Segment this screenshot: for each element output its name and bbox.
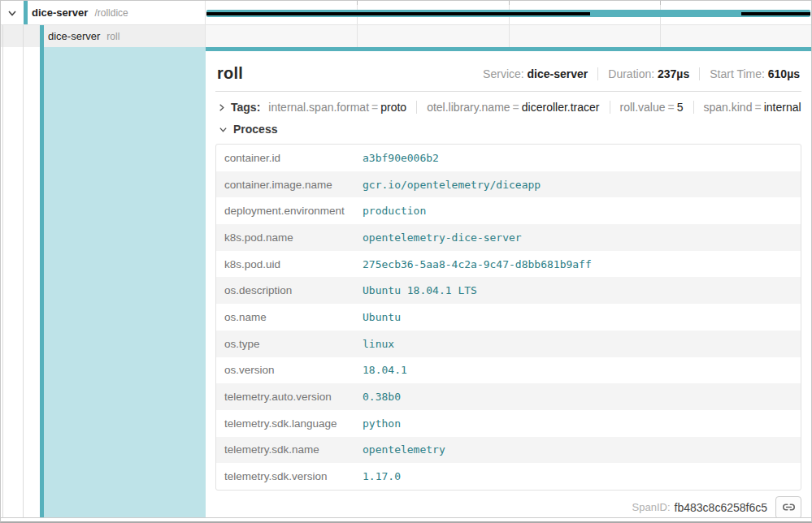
spanid-value: fb483c8c6258f6c5: [675, 501, 767, 514]
equals-sign: =: [752, 101, 763, 114]
kv-key: os.description: [216, 284, 363, 296]
tag-value: diceroller.tracer: [522, 101, 600, 114]
selected-span-highlight: [44, 47, 206, 517]
process-heading: Process: [233, 123, 277, 136]
kv-value: Ubuntu 18.04.1 LTS: [363, 284, 801, 296]
kv-row: k8s.pod.nameopentelemetry-dice-server: [216, 224, 801, 251]
kv-value: opentelemetry: [363, 443, 801, 456]
chevron-down-icon: [217, 123, 228, 135]
kv-key: telemetry.sdk.name: [216, 443, 363, 456]
collapse-children-chevron-icon[interactable]: [7, 7, 18, 19]
span-color-bar: [40, 47, 44, 517]
kv-row: os.nameUbuntu: [216, 304, 801, 331]
kv-key: container.image.name: [216, 179, 363, 191]
span-color-bar: [24, 1, 28, 24]
service-name[interactable]: dice-server: [48, 30, 100, 42]
indent-guide: [2, 47, 3, 517]
kv-value: production: [363, 205, 801, 217]
indent-guide: [23, 47, 24, 517]
kv-value: 1.17.0: [363, 470, 801, 482]
kv-row: container.image.namegcr.io/opentelemetry…: [216, 171, 801, 198]
tag-value: 5: [677, 101, 684, 114]
tag-key: internal.span.format: [268, 101, 369, 114]
process-accordian-toggle[interactable]: Process: [214, 114, 803, 136]
meta-label: Start Time:: [710, 67, 765, 80]
kv-value: linux: [363, 338, 801, 350]
kv-key: deployment.environment: [216, 205, 363, 217]
kv-value: python: [363, 417, 801, 430]
span-tree-rail: [1, 47, 206, 517]
kv-key: os.name: [216, 311, 363, 323]
kv-row: deployment.environmentproduction: [216, 197, 801, 224]
kv-row: telemetry.sdk.nameopentelemetry: [216, 437, 801, 464]
tag-item: span.kind=internal: [693, 101, 801, 114]
span-color-bar: [40, 25, 44, 47]
equals-sign: =: [666, 101, 677, 114]
kv-key: telemetry.auto.version: [216, 391, 363, 403]
span-name-cell[interactable]: dice-server /rolldice: [1, 1, 206, 24]
span-detail-area: roll Service: dice-server Duration: 237µ…: [1, 47, 811, 521]
timeline-cell: [206, 1, 811, 24]
tag-item: internal.span.format=proto: [268, 101, 406, 114]
kv-row: telemetry.sdk.languagepython: [216, 410, 801, 437]
equals-sign: =: [510, 101, 522, 114]
timeline-gridline: [660, 25, 661, 47]
kv-value: a3bf90e006b2: [363, 152, 801, 164]
tag-key: span.kind: [704, 101, 753, 114]
tag-key: roll.value: [620, 101, 666, 114]
kv-key: os.type: [216, 338, 363, 350]
kv-row: telemetry.auto.version0.38b0: [216, 383, 801, 410]
spanid-label: SpanID:: [632, 501, 671, 513]
kv-value: Ubuntu: [363, 311, 801, 323]
link-icon: [782, 500, 796, 514]
kv-key: os.version: [216, 364, 363, 376]
meta-duration: Duration: 237µs: [597, 67, 689, 80]
meta-label: Service:: [483, 67, 524, 80]
tags-accordian-toggle[interactable]: Tags: internal.span.format=proto otel.li…: [214, 92, 803, 114]
kv-key: k8s.pod.uid: [216, 258, 363, 270]
copy-link-button[interactable]: [775, 496, 801, 517]
kv-row: container.ida3bf90e006b2: [216, 145, 801, 171]
operation-name: roll: [106, 31, 119, 42]
indent-guide: [23, 25, 24, 47]
self-time-segment: [741, 12, 810, 15]
kv-key: container.id: [216, 152, 363, 164]
self-time-segment: [206, 12, 590, 15]
meta-value: 237µs: [658, 67, 689, 80]
kv-key: k8s.pod.name: [216, 231, 363, 244]
kv-key: telemetry.sdk.version: [216, 470, 363, 482]
span-row-rolldice[interactable]: dice-server /rolldice: [1, 1, 811, 25]
equals-sign: =: [369, 101, 380, 114]
span-detail-header: roll Service: dice-server Duration: 237µ…: [214, 51, 803, 91]
service-name[interactable]: dice-server: [32, 6, 88, 19]
meta-value: dice-server: [528, 67, 588, 80]
card-bottom-border: [1, 517, 811, 518]
span-row-roll-selected[interactable]: dice-server roll 237µs: [1, 25, 811, 47]
chevron-right-icon: [217, 102, 226, 113]
tag-value: proto: [380, 101, 406, 114]
kv-row: os.typelinux: [216, 331, 801, 357]
timeline-cell: 237µs: [206, 25, 811, 47]
operation-name: /rolldice: [94, 7, 128, 19]
kv-value: gcr.io/opentelemetry/diceapp: [363, 179, 801, 191]
span-title: roll: [217, 64, 243, 83]
kv-row: k8s.pod.uid275ecb36-5aa8-4c2a-9c47-d8bb6…: [216, 251, 801, 278]
span-name-cell[interactable]: dice-server roll: [1, 25, 206, 47]
kv-value: 18.04.1: [363, 364, 801, 376]
meta-label: Duration:: [608, 67, 654, 80]
kv-value: 275ecb36-5aa8-4c2a-9c47-d8bb681b9aff: [363, 258, 801, 270]
tag-item: roll.value=5: [610, 101, 684, 114]
meta-start-time: Start Time: 610µs: [699, 67, 800, 80]
tags-heading: Tags:: [231, 101, 260, 114]
tag-value: internal: [764, 101, 801, 114]
meta-service: Service: dice-server: [483, 67, 588, 80]
parent-span-duration-bar[interactable]: [206, 10, 810, 17]
kv-row: os.version18.04.1: [216, 357, 801, 384]
meta-value: 610µs: [768, 67, 800, 80]
kv-value: 0.38b0: [363, 391, 801, 403]
kv-value: opentelemetry-dice-server: [363, 231, 801, 244]
process-kv-table: container.ida3bf90e006b2 container.image…: [215, 144, 801, 491]
span-detail-footer: SpanID: fb483c8c6258f6c5: [214, 491, 803, 517]
span-detail-card: roll Service: dice-server Duration: 237µ…: [206, 47, 811, 517]
jaeger-span-detail-view: dice-server /rolldice dice-server roll: [0, 0, 812, 523]
